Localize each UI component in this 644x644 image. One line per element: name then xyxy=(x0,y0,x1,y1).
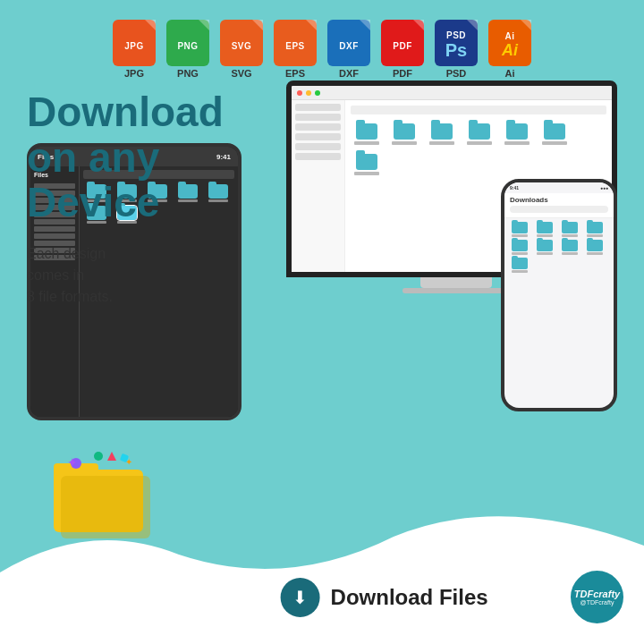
phone-folder-label xyxy=(537,252,553,255)
phone-folder-icon xyxy=(512,222,528,233)
download-icon: ⬇ xyxy=(292,587,308,608)
phone-header-title: Downloads xyxy=(510,196,608,204)
dxf-bottom-label: DXF xyxy=(339,68,359,79)
phone-folder-icon xyxy=(587,240,603,251)
dot-green xyxy=(315,90,320,96)
monitor-sidebar-item xyxy=(295,133,341,140)
png-top-label: PNG xyxy=(177,41,198,51)
phone-folder xyxy=(558,222,580,237)
headline-line1: Download xyxy=(27,89,224,135)
folder-label xyxy=(354,172,379,175)
psd-icon-shape: PSD Ps xyxy=(435,20,478,66)
subtext: Each designcomes in8 file formats. xyxy=(27,243,224,308)
monitor-folder xyxy=(351,123,383,148)
monitor-sidebar-item xyxy=(295,104,341,111)
svg-bottom-label: SVG xyxy=(231,68,251,79)
pdf-top-label: PDF xyxy=(393,41,412,51)
file-icon-eps: EPS EPS xyxy=(274,20,317,79)
phone-folder-icon xyxy=(537,240,553,251)
phone-time: 9:41 xyxy=(510,185,519,191)
ai-bottom-label: Ai xyxy=(505,68,515,79)
file-icons-row: JPG JPG PNG PNG SVG SVG EPS EPS DXF xyxy=(0,0,644,88)
monitor-folder xyxy=(463,123,496,148)
folder-icon xyxy=(506,123,528,140)
phone-status-icons: ●●● xyxy=(600,185,608,191)
phone-folder-label xyxy=(512,270,528,273)
folder-label xyxy=(467,141,492,145)
ai-logo: Ai xyxy=(502,41,518,60)
phone-folder xyxy=(533,222,555,237)
phone-folder-icon xyxy=(512,240,528,251)
monitor-folders xyxy=(351,120,606,182)
monitor-titlebar xyxy=(292,86,612,100)
brand-badge: TDFcrafty @TDFcrafty xyxy=(568,568,626,626)
file-icon-dxf: DXF DXF xyxy=(327,20,370,79)
phone-folder xyxy=(583,222,606,237)
phone-folder-label xyxy=(512,234,528,237)
phone-folder xyxy=(508,258,530,273)
monitor-folder xyxy=(351,154,383,179)
svg-icon-shape: SVG xyxy=(220,20,263,66)
phone-screen: 9:41 ●●● Downloads xyxy=(504,182,614,408)
folder-icon xyxy=(431,123,453,140)
folder-icon xyxy=(394,123,415,140)
download-icon-circle[interactable]: ⬇ xyxy=(281,578,320,617)
ai-top-label: Ai xyxy=(505,31,515,41)
phone-folder-label xyxy=(587,234,603,237)
monitor-folder xyxy=(538,123,571,148)
folder-label xyxy=(392,141,417,145)
eps-bottom-label: EPS xyxy=(285,68,305,79)
phone-folder-label xyxy=(562,234,578,237)
jpg-bottom-label: JPG xyxy=(124,68,144,79)
phone-folder xyxy=(533,240,555,255)
dot-yellow xyxy=(306,90,311,96)
phone-folder-icon xyxy=(587,222,603,233)
folder-illustration: ✦ ✦ xyxy=(45,438,152,546)
phone-folder xyxy=(583,240,606,255)
phone-folder-label xyxy=(512,252,528,255)
monitor-sidebar xyxy=(292,100,345,272)
svg-marker-4 xyxy=(107,452,116,461)
jpg-icon-shape: JPG xyxy=(113,20,156,66)
pdf-icon-shape: PDF xyxy=(381,20,424,66)
brand-name: TDFcrafty xyxy=(574,589,620,599)
phone-folder-icon xyxy=(537,222,553,233)
download-files-label[interactable]: Download Files xyxy=(331,585,488,610)
headline-line3: Device xyxy=(27,180,224,225)
dxf-top-label: DXF xyxy=(339,41,359,51)
file-icon-pdf: PDF PDF xyxy=(381,20,424,79)
folder-icon xyxy=(356,154,377,170)
phone-folder-label xyxy=(562,252,578,255)
page-container: JPG JPG PNG PNG SVG SVG EPS EPS DXF xyxy=(0,0,644,644)
file-icon-png: PNG PNG xyxy=(166,20,209,79)
folder-icon xyxy=(469,123,490,140)
ai-icon-shape: Ai Ai xyxy=(488,20,531,66)
folder-label xyxy=(429,141,454,145)
left-text-area: Download on any Device Each designcomes … xyxy=(27,89,224,308)
phone-folder xyxy=(558,240,580,255)
folder-label xyxy=(542,141,567,145)
psd-top-label: PSD xyxy=(446,30,466,40)
phone-header: Downloads xyxy=(504,193,614,218)
svg-top-label: SVG xyxy=(232,41,252,51)
phone-folder-label xyxy=(587,252,603,255)
monitor-toolbar xyxy=(351,106,606,114)
monitor-base xyxy=(402,288,510,293)
folder-label xyxy=(504,141,530,145)
monitor-sidebar-item xyxy=(295,114,341,121)
monitor-sidebar-item xyxy=(295,143,341,150)
folder-icon xyxy=(356,123,377,140)
jpg-top-label: JPG xyxy=(124,41,144,51)
svg-text:✦: ✦ xyxy=(67,455,78,470)
file-icon-jpg: JPG JPG xyxy=(113,20,156,79)
phone-statusbar: 9:41 ●●● xyxy=(504,182,614,193)
phone-folder xyxy=(508,240,530,255)
phone-folder-icon xyxy=(562,240,578,251)
dot-red xyxy=(297,90,302,96)
file-icon-ai: Ai Ai Ai xyxy=(488,20,531,79)
ps-logo: Ps xyxy=(445,40,467,61)
download-section[interactable]: ⬇ Download Files xyxy=(281,578,488,617)
phone-folder-icon xyxy=(512,258,528,269)
phone-search xyxy=(510,206,608,213)
svg-text:✦: ✦ xyxy=(125,457,132,467)
